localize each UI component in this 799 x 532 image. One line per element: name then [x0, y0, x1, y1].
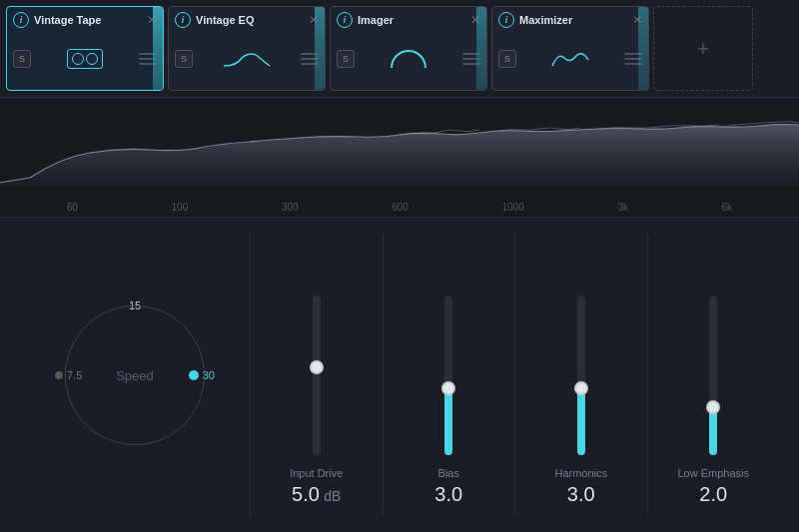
spectrum-label-3k: 3k: [617, 202, 628, 213]
plugin-name-vintage-tape: Vintage Tape: [34, 14, 142, 26]
s-button-vintage-tape[interactable]: S: [13, 50, 31, 68]
harmonics-track[interactable]: [577, 295, 585, 455]
knob-right-marker: 30: [189, 369, 215, 381]
speed-knob-container[interactable]: 15 Speed 7.5 30: [55, 295, 215, 455]
plugin-slot-maximizer[interactable]: Maximizer ✕ S: [491, 6, 649, 91]
spectrum-label-600: 600: [392, 202, 408, 213]
knob-right-value: 30: [203, 369, 215, 381]
low-emphasis-slider-col: Low Emphasis 2.0: [648, 234, 780, 516]
spectrum-label-100: 100: [172, 202, 189, 213]
low-emphasis-value-display: 2.0: [699, 483, 727, 506]
speed-knob-section: 15 Speed 7.5 30: [20, 234, 250, 516]
knob-left-value: 7.5: [67, 369, 82, 381]
low-emphasis-value: 2.0: [699, 483, 727, 505]
imager-visual: [391, 50, 426, 68]
s-button-vintage-eq[interactable]: S: [175, 50, 193, 68]
plugin-bar: Vintage Tape ✕ S Vintage EQ ✕ S: [0, 0, 799, 98]
input-drive-track[interactable]: [313, 295, 321, 455]
harmonics-fill: [577, 388, 585, 455]
harmonics-slider-col: Harmonics 3.0: [515, 234, 648, 516]
plugin-name-vintage-eq: Vintage EQ: [196, 14, 304, 26]
mini-display-maximizer: [521, 42, 619, 76]
speed-knob-ring: Speed: [65, 305, 205, 445]
maximizer-visual: [550, 48, 590, 70]
spectrum-labels: 60 100 300 600 1000 3k 6k: [0, 202, 799, 213]
input-drive-slider-col: Input Drive 5.0 dB: [251, 234, 384, 516]
bias-label: Bias: [438, 467, 459, 479]
bias-track[interactable]: [444, 295, 452, 455]
spectrum-label-6k: 6k: [722, 202, 733, 213]
add-plugin-slot[interactable]: +: [653, 6, 753, 91]
input-drive-value-display: 5.0 dB: [292, 483, 341, 506]
tape-mini-visual: [67, 49, 103, 69]
level-bar-eq: [315, 7, 325, 90]
mini-display-vintage-tape: [36, 42, 134, 76]
speed-label: Speed: [116, 367, 154, 382]
spectrum-area: 60 100 300 600 1000 3k 6k: [0, 98, 799, 218]
input-drive-unit: dB: [324, 488, 341, 504]
s-button-imager[interactable]: S: [337, 50, 355, 68]
sliders-section: Input Drive 5.0 dB Bias 3.0 Harmonics: [250, 234, 779, 516]
level-bar-maximizer: [638, 7, 648, 90]
plugin-icon-vintage-tape: [13, 12, 29, 28]
level-bar-tape: [153, 7, 163, 90]
knob-left-marker: 7.5: [55, 369, 82, 381]
spectrum-label-1000: 1000: [502, 202, 524, 213]
spectrum-label-300: 300: [282, 202, 299, 213]
spectrum-display: [0, 98, 799, 188]
bias-value-display: 3.0: [434, 483, 462, 506]
bias-slider-col: Bias 3.0: [384, 234, 516, 516]
bias-fill: [444, 388, 452, 455]
harmonics-thumb[interactable]: [574, 381, 588, 395]
low-emphasis-track[interactable]: [709, 295, 717, 455]
plugin-icon-vintage-eq: [175, 12, 191, 28]
bias-thumb[interactable]: [441, 381, 455, 395]
plugin-icon-maximizer: [498, 12, 514, 28]
harmonics-value: 3.0: [567, 483, 595, 505]
plugin-slot-vintage-eq[interactable]: Vintage EQ ✕ S: [168, 6, 326, 91]
input-drive-value: 5.0: [292, 483, 320, 505]
harmonics-value-display: 3.0: [567, 483, 595, 506]
knob-left-dot: [55, 371, 63, 379]
bias-value: 3.0: [434, 483, 462, 505]
low-emphasis-thumb[interactable]: [706, 400, 720, 414]
low-emphasis-label: Low Emphasis: [677, 467, 749, 479]
low-emphasis-fill: [709, 407, 717, 455]
plugin-name-imager: Imager: [358, 14, 465, 26]
mini-display-vintage-eq: [198, 42, 296, 76]
spectrum-label-60: 60: [67, 202, 78, 213]
plugin-name-maximizer: Maximizer: [519, 14, 627, 26]
plugin-slot-vintage-tape[interactable]: Vintage Tape ✕ S: [6, 6, 164, 91]
plugin-slot-imager[interactable]: Imager ✕ S: [330, 6, 487, 91]
knob-right-dot: [189, 370, 199, 380]
s-button-maximizer[interactable]: S: [498, 50, 516, 68]
harmonics-label: Harmonics: [554, 467, 607, 479]
plugin-icon-imager: [337, 12, 353, 28]
main-controls: 15 Speed 7.5 30 Input Drive: [0, 218, 799, 532]
level-bar-imager: [476, 7, 486, 90]
input-drive-thumb[interactable]: [310, 360, 324, 374]
mini-display-imager: [360, 42, 457, 76]
add-icon: +: [697, 36, 710, 62]
input-drive-label: Input Drive: [290, 467, 343, 479]
eq-curve-visual: [222, 48, 272, 70]
